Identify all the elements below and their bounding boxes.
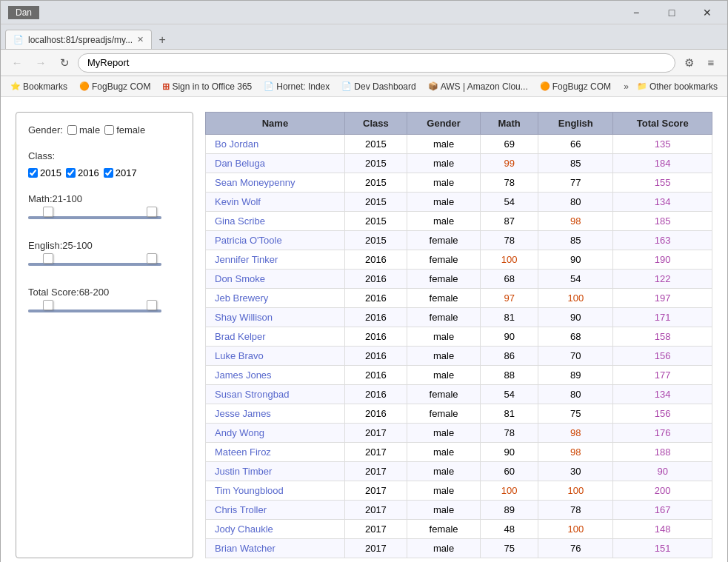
gender-female-checkbox[interactable]: female <box>104 124 145 136</box>
cell-gender: male <box>407 501 480 520</box>
math-thumb-low[interactable] <box>43 207 53 217</box>
cell-name[interactable]: Susan Strongbad <box>206 385 345 404</box>
bookmark-label: Other bookmarks <box>649 81 718 92</box>
cell-name[interactable]: Brad Kelper <box>206 327 345 347</box>
cell-english: 76 <box>538 539 613 558</box>
cell-name[interactable]: James Jones <box>206 366 345 385</box>
bookmark-aws[interactable]: 📦 AWS | Amazon Clou... <box>424 80 532 93</box>
cell-name[interactable]: Kevin Wolf <box>206 193 345 212</box>
active-tab[interactable]: 📄 localhost:81/spreadjs/my... ✕ <box>5 30 152 49</box>
english-slider[interactable] <box>28 257 181 272</box>
cell-english: 75 <box>538 404 613 424</box>
more-bookmarks-button[interactable]: » <box>624 81 629 92</box>
refresh-button[interactable]: ↻ <box>54 53 75 73</box>
cell-name[interactable]: Tim Youngblood <box>206 481 345 501</box>
bookmark-fogbugz-1[interactable]: 🟠 FogBugz COM <box>76 80 154 93</box>
cell-total: 185 <box>613 212 712 231</box>
cell-class: 2016 <box>344 289 407 308</box>
cell-class: 2015 <box>344 193 407 212</box>
cell-name[interactable]: Jesse James <box>206 404 345 424</box>
bookmark-label: Dev Dashboard <box>354 81 415 92</box>
cell-total: 90 <box>613 462 712 481</box>
cell-name[interactable]: Jody Chaukle <box>206 520 345 539</box>
back-button[interactable]: ← <box>7 53 27 73</box>
cell-name[interactable]: Jeb Brewery <box>206 289 345 308</box>
bookmark-other[interactable]: 📁 Other bookmarks <box>633 80 721 93</box>
total-thumb-low[interactable] <box>43 300 53 310</box>
cell-math: 90 <box>481 327 538 347</box>
cell-name[interactable]: Shay Willison <box>206 308 345 327</box>
aws-icon: 📦 <box>428 81 438 91</box>
bookmark-office365[interactable]: ⊞ Sign in to Office 365 <box>158 80 256 93</box>
cell-math: 68 <box>481 270 538 289</box>
class-2015-checkbox[interactable]: 2015 <box>28 167 61 178</box>
extensions-button[interactable]: ⚙ <box>678 53 699 73</box>
cell-name[interactable]: Sean Moneypenny <box>206 173 345 193</box>
menu-button[interactable]: ≡ <box>701 53 721 73</box>
bookmark-fogbugz-2[interactable]: 🟠 FogBugz COM <box>536 80 615 93</box>
cell-name[interactable]: Dan Beluga <box>206 154 345 173</box>
cell-english: 68 <box>538 327 613 347</box>
cell-math: 90 <box>481 443 538 462</box>
bookmark-bookmarks[interactable]: ⭐ Bookmarks <box>7 80 71 93</box>
cell-name[interactable]: Jennifer Tinker <box>206 250 345 270</box>
cell-english: 30 <box>538 462 613 481</box>
class-2017-checkbox[interactable]: 2017 <box>104 167 137 178</box>
english-thumb-low[interactable] <box>43 253 53 264</box>
cell-name[interactable]: Bo Jordan <box>206 135 345 154</box>
cell-class: 2016 <box>344 270 407 289</box>
cell-name[interactable]: Mateen Firoz <box>206 443 345 462</box>
cell-name[interactable]: Patricia O'Toole <box>206 231 345 250</box>
table-row: Dan Beluga 2015 male 99 85 184 <box>206 154 712 173</box>
table-row: Justin Timber 2017 male 60 30 90 <box>206 462 712 481</box>
cell-math: 89 <box>481 501 538 520</box>
cell-name[interactable]: Gina Scribe <box>206 212 345 231</box>
total-thumb-high[interactable] <box>147 300 157 310</box>
forward-button[interactable]: → <box>30 53 51 73</box>
minimize-button[interactable]: − <box>619 2 653 23</box>
english-thumb-high[interactable] <box>147 253 157 264</box>
female-checkbox-input[interactable] <box>104 125 114 135</box>
gender-male-checkbox[interactable]: male <box>67 124 100 136</box>
cell-gender: female <box>407 289 480 308</box>
cell-name[interactable]: Luke Bravo <box>206 347 345 366</box>
cell-total: 148 <box>613 520 712 539</box>
bookmark-dev-dashboard[interactable]: 📄 Dev Dashboard <box>338 80 419 93</box>
cell-name[interactable]: Andy Wong <box>206 424 345 443</box>
bookmark-label: FogBugz COM <box>92 81 150 92</box>
new-tab-button[interactable]: + <box>152 31 173 49</box>
cell-name[interactable]: Justin Timber <box>206 462 345 481</box>
maximize-button[interactable]: □ <box>655 2 689 23</box>
cell-english: 90 <box>538 308 613 327</box>
gender-checkboxes: male female <box>67 124 145 136</box>
math-thumb-high[interactable] <box>147 207 157 217</box>
total-label: Total Score:68-200 <box>28 287 181 298</box>
cell-name[interactable]: Don Smoke <box>206 270 345 289</box>
cell-name[interactable]: Brian Watcher <box>206 539 345 558</box>
hornet-icon: 📄 <box>264 81 274 91</box>
cell-math: 54 <box>481 193 538 212</box>
math-slider[interactable] <box>28 210 181 225</box>
class-2016-checkbox[interactable]: 2016 <box>66 167 99 178</box>
cell-total: 200 <box>613 481 712 501</box>
class-2015-input[interactable] <box>28 168 38 178</box>
address-bar[interactable] <box>78 53 675 73</box>
cell-math: 78 <box>481 231 538 250</box>
close-button[interactable]: ✕ <box>690 2 724 23</box>
tab-icon: 📄 <box>13 35 24 44</box>
cell-english: 100 <box>538 481 613 501</box>
bookmark-hornet[interactable]: 📄 Hornet: Index <box>260 80 333 93</box>
total-slider[interactable] <box>28 304 181 318</box>
class-2016-input[interactable] <box>66 168 76 178</box>
male-checkbox-input[interactable] <box>67 125 77 135</box>
cell-english: 80 <box>538 193 613 212</box>
table-body: Bo Jordan 2015 male 69 66 135 Dan Beluga… <box>206 135 712 558</box>
tab-close-button[interactable]: ✕ <box>137 35 144 44</box>
cell-class: 2017 <box>344 462 407 481</box>
cell-math: 54 <box>481 385 538 404</box>
cell-name[interactable]: Chris Troller <box>206 501 345 520</box>
table-row: Brad Kelper 2016 male 90 68 158 <box>206 327 712 347</box>
class-2017-input[interactable] <box>104 168 113 178</box>
table-row: Gina Scribe 2015 male 87 98 185 <box>206 212 712 231</box>
cell-gender: female <box>407 250 480 270</box>
